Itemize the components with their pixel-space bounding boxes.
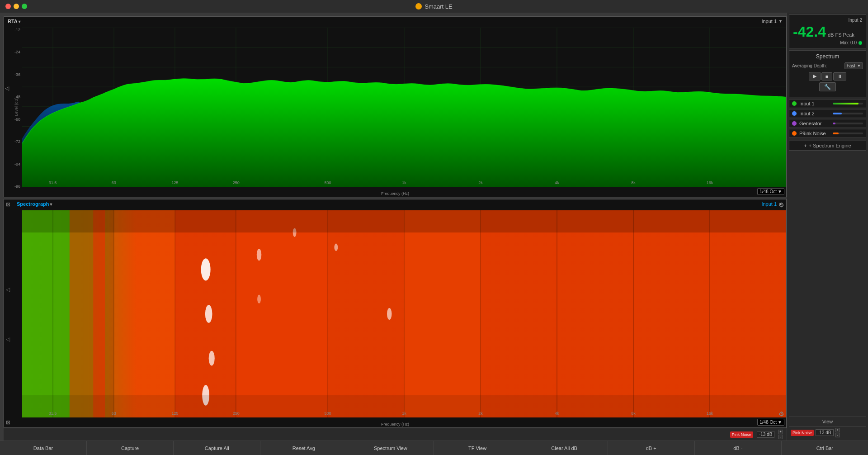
svg-rect-44 xyxy=(114,210,175,417)
toolbar-tf-view[interactable]: TF View xyxy=(434,441,521,455)
x-label-250: 250 xyxy=(233,180,240,185)
y-label-8: -96 xyxy=(4,184,22,189)
minimize-button[interactable] xyxy=(14,4,19,9)
y-label-7: -84 xyxy=(4,162,22,166)
right-sidebar: Input 2 -42.4 dB FS Peak Max 0.0 Spectru… xyxy=(787,13,868,441)
spectro-bottom-close[interactable]: ⊠ xyxy=(6,419,10,426)
spectro-label[interactable]: Spectrograph▼ xyxy=(17,201,53,207)
svg-rect-24 xyxy=(70,210,105,417)
db-plus-btn[interactable]: + xyxy=(778,430,783,434)
db-value: -42.4 xyxy=(793,24,826,40)
sidebar-pink-noise-button[interactable]: Pink Noise xyxy=(791,430,814,436)
toolbar-capture[interactable]: Capture xyxy=(87,441,174,455)
toolbar-data-bar[interactable]: Data Bar xyxy=(0,441,87,455)
input1-name: Input 1 xyxy=(799,101,830,106)
titlebar: Smaart LE xyxy=(0,0,868,13)
channel-input2[interactable]: Input 2 xyxy=(789,109,866,118)
maximize-button[interactable] xyxy=(22,4,27,9)
spectro-left-handle-2[interactable]: ◁ xyxy=(6,336,10,342)
stop-button[interactable]: ■ xyxy=(821,72,833,81)
x-label-8k: 8k xyxy=(631,180,636,185)
toolbar-reset-avg[interactable]: Reset Avg xyxy=(260,441,347,455)
spectro-x-axis: 31.5 63 125 250 500 1k 2k 4k 8k 16k xyxy=(22,411,786,419)
db-unit: dB FS Peak xyxy=(828,32,854,38)
spectro-x-axis-title: Frequency (Hz) xyxy=(4,422,786,427)
generator-name: Generator xyxy=(799,121,830,126)
input2-level-fill xyxy=(833,113,842,114)
spectro-bottom-gear[interactable]: ⚙ xyxy=(778,410,784,417)
pause-button[interactable]: ⏸ xyxy=(833,72,846,81)
toolbar-capture-all[interactable]: Capture All xyxy=(174,441,260,455)
generator-dot xyxy=(792,121,797,126)
sidebar-db-minus[interactable]: - xyxy=(835,433,840,437)
sx-label-8k: 8k xyxy=(631,411,636,416)
y-label-4: -48 xyxy=(4,95,22,99)
rta-resolution-badge[interactable]: 1/48 Oct ▼ xyxy=(757,188,784,195)
y-label-5: -60 xyxy=(4,117,22,122)
rta-input-selector[interactable]: Input 1 ▼ xyxy=(761,19,783,24)
pink-noise-db-controls[interactable]: + - xyxy=(778,430,783,439)
sidebar-db-plus[interactable]: + xyxy=(835,428,840,432)
x-label-500: 500 xyxy=(324,180,331,185)
pink-noise-button[interactable]: Pink Noise xyxy=(730,431,753,438)
transport-controls: ▶ ■ ⏸ xyxy=(792,72,863,81)
db-minus-btn[interactable]: - xyxy=(778,435,783,439)
pinknoise-level-bar xyxy=(833,133,863,134)
y-label-1: -12 xyxy=(4,28,22,32)
input1-level-bar xyxy=(833,103,863,104)
sx-label-1k: 1k xyxy=(402,411,406,416)
spectro-header: Spectrograph▼ Input 1 ▼ xyxy=(8,201,783,207)
rta-y-axis-title: Level (dB) xyxy=(14,97,19,116)
input1-dot xyxy=(792,101,797,106)
x-label-4k: 4k xyxy=(555,180,559,185)
y-label-3: -36 xyxy=(4,72,22,77)
avg-depth-row: Averaging Depth: Fast ▼ xyxy=(792,62,863,69)
sx-label-250: 250 xyxy=(233,411,240,416)
y-label-6: -72 xyxy=(4,139,22,144)
toolbar-db-minus[interactable]: dB - xyxy=(695,441,782,455)
sx-label-500: 500 xyxy=(324,411,331,416)
close-button[interactable] xyxy=(5,4,11,9)
rta-x-axis: 31.5 63 125 250 500 1k 2k 4k 8k 16k xyxy=(22,180,786,189)
input2-name: Input 2 xyxy=(799,111,830,116)
spectro-gear-icon[interactable]: ⚙ xyxy=(778,201,784,209)
sx-label-315: 31.5 xyxy=(49,411,57,416)
channel-input1[interactable]: Input 1 xyxy=(789,99,866,108)
svg-point-35 xyxy=(201,258,211,280)
max-indicator-dot xyxy=(859,41,862,45)
spectro-resolution-badge[interactable]: 1/48 Oct ▼ xyxy=(757,419,784,426)
toolbar-db-plus[interactable]: dB + xyxy=(608,441,695,455)
input1-level-fill xyxy=(833,103,859,104)
rta-label[interactable]: RTA▼ xyxy=(8,19,22,24)
db-value-row: -42.4 dB FS Peak xyxy=(793,24,862,40)
y-label-2: -24 xyxy=(4,50,22,54)
sx-label-63: 63 xyxy=(112,411,116,416)
toolbar-ctrl-bar[interactable]: Ctrl Bar xyxy=(782,441,868,455)
rta-header: RTA▼ Input 1 ▼ xyxy=(8,19,783,24)
svg-point-37 xyxy=(209,351,215,366)
avg-depth-dropdown[interactable]: Fast ▼ xyxy=(844,62,863,69)
generator-level-bar xyxy=(833,123,863,124)
sidebar-db-controls[interactable]: + - xyxy=(835,428,840,437)
rta-y-axis: -12 -24 -36 -48 -60 -72 -84 -96 xyxy=(4,28,22,189)
add-spectrum-engine-button[interactable]: + + Spectrum Engine xyxy=(789,141,866,151)
rta-spectrum-svg xyxy=(22,28,786,187)
input2-dot xyxy=(792,111,797,116)
pinknoise-level-fill xyxy=(833,133,839,134)
toolbar-spectrum-view[interactable]: Spectrum View xyxy=(347,441,434,455)
channel-generator[interactable]: Generator xyxy=(789,119,866,128)
channel-pink-noise[interactable]: P9ink Noise xyxy=(789,129,866,138)
x-label-2k: 2k xyxy=(478,180,483,185)
settings-button[interactable]: 🔧 xyxy=(819,82,836,91)
rta-left-handle[interactable]: ◁ xyxy=(5,85,9,91)
svg-point-41 xyxy=(387,308,392,320)
sx-label-2k: 2k xyxy=(478,411,483,416)
spectrograph-panel: ⊠ Spectrograph▼ Input 1 ▼ ⚙ ◁ ◁ xyxy=(4,199,787,428)
x-label-16k: 16k xyxy=(707,180,713,185)
play-button[interactable]: ▶ xyxy=(809,72,821,81)
toolbar-clear-all-db[interactable]: Clear All dB xyxy=(521,441,608,455)
plus-icon: + xyxy=(804,143,807,148)
wrench-row: 🔧 xyxy=(792,82,863,91)
sidebar-pink-noise-db: -13 dB xyxy=(816,429,833,436)
spectro-left-handle-1[interactable]: ◁ xyxy=(6,286,10,293)
